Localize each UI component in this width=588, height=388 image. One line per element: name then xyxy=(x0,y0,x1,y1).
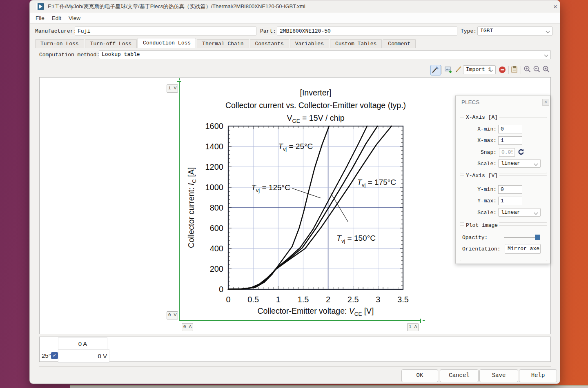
opacity-label: Opacity: xyxy=(462,233,495,242)
palette-close-icon[interactable]: × xyxy=(542,99,549,106)
x-calibration-end-dash xyxy=(423,320,425,321)
chevron-down-icon xyxy=(546,29,550,33)
svg-text:600: 600 xyxy=(210,224,223,233)
snap-reset-icon xyxy=(517,148,525,156)
type-select-value: IGBT xyxy=(480,28,493,34)
x-axis-calibration-line[interactable] xyxy=(179,320,421,321)
plot-image-group-label: Plot image xyxy=(464,222,499,228)
menu-bar: File Edit View xyxy=(30,13,560,24)
computation-method-value: Lookup table xyxy=(102,51,140,58)
add-image-button[interactable] xyxy=(444,65,454,75)
y-min-label: Y-min: xyxy=(460,185,497,194)
tab-conduction-loss[interactable]: Conduction Loss xyxy=(138,38,196,48)
table-row-label: 25° xyxy=(42,349,51,362)
chevron-down-icon xyxy=(544,53,548,57)
svg-text:Collector current: IC [A]: Collector current: IC [A] xyxy=(187,167,197,248)
title-bar: E:/工作/MyJob/麦克斯的电子星球/文章/基于Plecs的热仿真（实战篇）… xyxy=(30,0,560,13)
paste-button[interactable] xyxy=(510,65,520,75)
x-calibration-end-tick xyxy=(420,319,421,323)
computation-method-select[interactable]: Lookup table xyxy=(99,50,551,59)
y-calibration-top-dash xyxy=(179,78,180,80)
y-axis-calibration-line[interactable] xyxy=(179,81,180,321)
x-scale-select[interactable]: linear xyxy=(498,159,541,168)
tab-custom-tables[interactable]: Custom Tables xyxy=(330,39,382,48)
menu-file[interactable]: File xyxy=(32,13,48,24)
x-min-tag[interactable]: 0 A xyxy=(182,323,193,331)
y-calibration-top-tick xyxy=(177,81,181,82)
pencil-icon xyxy=(454,65,463,74)
y-scale-value: linear xyxy=(501,209,520,215)
svg-text:1000: 1000 xyxy=(205,183,224,192)
snap-label: Snap: xyxy=(460,148,497,157)
y-max-label: Y-max: xyxy=(460,197,497,205)
type-select[interactable]: IGBT xyxy=(477,27,552,35)
zoom-in-button[interactable] xyxy=(523,65,533,75)
svg-text:200: 200 xyxy=(210,264,223,273)
snap-reset-button[interactable] xyxy=(517,148,525,156)
manufacturer-label: Manufacturer: xyxy=(35,27,76,36)
footer-divider xyxy=(39,366,551,367)
snap-input[interactable] xyxy=(499,148,515,157)
zoom-out-button[interactable] xyxy=(532,65,542,75)
help-button[interactable]: Help xyxy=(519,369,557,382)
tab-turn-off-loss[interactable]: Turn-off Loss xyxy=(85,39,137,48)
close-icon[interactable]: × xyxy=(551,2,560,11)
svg-text:Tvj = 150°C: Tvj = 150°C xyxy=(336,234,376,244)
plecs-app-icon xyxy=(36,3,44,10)
x-scale-value: linear xyxy=(501,160,520,166)
y-scale-select[interactable]: linear xyxy=(498,208,541,217)
x-min-input[interactable] xyxy=(498,125,522,133)
desktop: E:/工作/MyJob/麦克斯的电子星球/文章/基于Plecs的热仿真（实战篇）… xyxy=(0,0,588,388)
tab-thermal-chain[interactable]: Thermal Chain xyxy=(197,39,249,48)
tab-variables[interactable]: Variables xyxy=(290,39,329,48)
zoom-in-icon xyxy=(523,65,532,74)
chevron-down-icon xyxy=(534,211,538,215)
svg-text:Collector-Emitter voltage: VCE: Collector-Emitter voltage: VCE [V] xyxy=(257,306,374,317)
y-scale-label: Scale: xyxy=(460,208,497,217)
svg-text:0: 0 xyxy=(219,285,223,294)
x-max-label: X-max: xyxy=(460,136,497,145)
x-max-tag[interactable]: 1 A xyxy=(407,323,419,331)
ok-button[interactable]: OK xyxy=(401,369,438,382)
lookup-table: 0 A 0 V 25° ✓ xyxy=(39,337,551,362)
table-column-header[interactable]: 0 A xyxy=(58,337,107,350)
svg-text:1600: 1600 xyxy=(205,122,224,131)
menu-edit[interactable]: Edit xyxy=(48,13,65,24)
plecs-palette: PLECS × X-Axis [A] X-min: X-max: Snap: S… xyxy=(455,95,550,264)
svg-text:400: 400 xyxy=(210,244,223,253)
y-max-tag[interactable]: 1 V xyxy=(167,84,178,93)
remove-import-button[interactable] xyxy=(498,65,508,75)
orientation-button[interactable]: Mirror axes xyxy=(505,244,541,254)
tab-comment[interactable]: Comment xyxy=(383,39,416,48)
opacity-slider-handle[interactable] xyxy=(535,235,540,240)
y-axis-group-label: Y-Axis [V] xyxy=(464,173,499,179)
svg-text:0: 0 xyxy=(226,295,230,304)
tab-constants[interactable]: Constants xyxy=(250,39,289,48)
table-cell-value[interactable]: 0 V xyxy=(58,349,109,363)
toolbar-separator xyxy=(508,66,509,74)
row-checkbox[interactable]: ✓ xyxy=(51,352,58,359)
svg-text:2.5: 2.5 xyxy=(347,295,359,304)
tab-turn-on-loss[interactable]: Turn-on Loss xyxy=(35,39,84,48)
y-min-input[interactable] xyxy=(498,185,522,194)
chevron-down-icon xyxy=(534,162,538,166)
part-input[interactable] xyxy=(277,27,457,35)
cancel-button[interactable]: Cancel xyxy=(440,369,479,382)
add-image-icon xyxy=(444,65,453,74)
menu-view[interactable]: View xyxy=(65,13,84,24)
import-select[interactable]: Import 1 xyxy=(463,65,496,74)
checkmark-icon: ✓ xyxy=(52,353,56,358)
svg-text:800: 800 xyxy=(210,203,223,212)
zoom-reset-button[interactable] xyxy=(542,65,552,75)
toolbar-separator xyxy=(521,66,521,74)
svg-text:1200: 1200 xyxy=(205,162,224,171)
svg-text:Tvj = 175°C: Tvj = 175°C xyxy=(357,178,396,188)
picker-tool-button[interactable] xyxy=(430,65,441,75)
y-max-input[interactable] xyxy=(498,197,522,205)
x-max-input[interactable] xyxy=(498,136,522,145)
save-button[interactable]: Save xyxy=(479,369,518,382)
draw-tool-button[interactable] xyxy=(454,65,464,75)
manufacturer-input[interactable] xyxy=(75,27,256,35)
y-min-tag[interactable]: 0 V xyxy=(167,311,178,319)
picker-icon xyxy=(431,65,440,74)
